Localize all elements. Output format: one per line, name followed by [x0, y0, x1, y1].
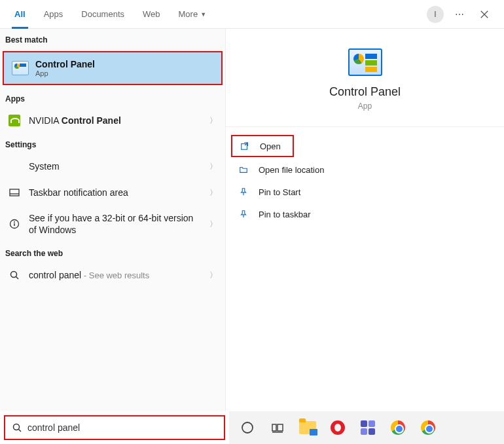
- user-avatar[interactable]: I: [427, 6, 444, 23]
- svg-rect-11: [272, 424, 276, 431]
- taskbar-task-view[interactable]: [267, 417, 288, 438]
- svg-point-5: [11, 272, 17, 278]
- result-web-search[interactable]: control panel - See web results 〉: [0, 262, 225, 288]
- chevron-right-icon: 〉: [209, 161, 217, 172]
- file-explorer-icon: [299, 421, 316, 434]
- chevron-down-icon: ▼: [200, 11, 206, 18]
- close-button[interactable]: [475, 5, 494, 24]
- best-match-title: Control Panel: [35, 59, 95, 69]
- taskbar-chrome-1[interactable]: [387, 417, 408, 438]
- tab-web[interactable]: Web: [134, 0, 170, 29]
- tab-apps[interactable]: Apps: [35, 0, 73, 29]
- svg-line-6: [16, 277, 19, 280]
- search-icon: [12, 422, 22, 433]
- taskbar: [229, 411, 504, 444]
- control-panel-icon: [348, 48, 382, 76]
- action-open[interactable]: Open: [231, 135, 294, 157]
- more-options-button[interactable]: ⋯: [450, 5, 469, 24]
- section-settings: Settings: [0, 134, 225, 153]
- preview-title: Control Panel: [226, 85, 504, 99]
- control-panel-icon: [12, 61, 29, 75]
- svg-rect-12: [278, 424, 283, 431]
- folder-icon: [238, 164, 249, 176]
- search-icon: [8, 268, 21, 282]
- result-bitness[interactable]: See if you have a 32-bit or 64-bit versi…: [0, 206, 225, 242]
- svg-line-9: [19, 430, 22, 432]
- pin-icon: [238, 186, 249, 198]
- info-icon: [8, 217, 21, 231]
- result-system[interactable]: System 〉: [0, 153, 225, 179]
- svg-point-3: [14, 221, 15, 223]
- taskbar-cortana[interactable]: [237, 417, 258, 438]
- result-taskbar-notification[interactable]: Taskbar notification area 〉: [0, 179, 225, 206]
- tab-all[interactable]: All: [5, 0, 35, 29]
- section-best-match: Best match: [0, 29, 225, 48]
- svg-point-10: [242, 422, 253, 433]
- section-search-web: Search the web: [0, 242, 225, 262]
- teams-icon: [360, 420, 376, 435]
- search-input[interactable]: [27, 422, 217, 433]
- chevron-right-icon: 〉: [209, 270, 217, 281]
- result-nvidia-control-panel[interactable]: NVIDIA Control Panel 〉: [0, 107, 225, 134]
- svg-point-8: [14, 424, 20, 430]
- preview-subtitle: App: [226, 102, 504, 111]
- action-pin-to-start[interactable]: Pin to Start: [226, 181, 504, 203]
- taskbar-opera[interactable]: [327, 417, 348, 438]
- tab-more[interactable]: More▼: [170, 0, 216, 29]
- search-tabs: All Apps Documents Web More▼ I ⋯: [0, 0, 504, 29]
- pin-icon: [238, 208, 249, 220]
- chrome-icon: [391, 420, 405, 435]
- action-pin-to-taskbar[interactable]: Pin to taskbar: [226, 203, 504, 225]
- action-open-file-location[interactable]: Open file location: [226, 158, 504, 181]
- taskbar-teams[interactable]: [357, 417, 378, 438]
- section-apps: Apps: [0, 88, 225, 107]
- results-panel: Best match Control Panel App Apps NVIDIA…: [0, 29, 226, 411]
- chrome-icon: [421, 420, 435, 435]
- nvidia-icon: [9, 115, 20, 126]
- tab-documents[interactable]: Documents: [72, 0, 134, 29]
- blank-icon: [8, 160, 21, 173]
- preview-panel: Control Panel App Open Open file locatio…: [226, 29, 504, 411]
- open-icon: [239, 140, 251, 152]
- search-box[interactable]: [4, 415, 225, 440]
- svg-rect-7: [242, 144, 247, 150]
- opera-icon: [331, 420, 345, 435]
- best-match-result[interactable]: Control Panel App: [3, 51, 223, 85]
- svg-rect-0: [10, 189, 19, 196]
- taskbar-file-explorer[interactable]: [297, 417, 318, 438]
- chevron-right-icon: 〉: [209, 187, 217, 198]
- taskbar-chrome-2[interactable]: [418, 417, 439, 438]
- best-match-subtitle: App: [35, 69, 95, 77]
- chevron-right-icon: 〉: [209, 115, 217, 126]
- chevron-right-icon: 〉: [209, 219, 217, 230]
- taskbar-icon: [8, 186, 21, 199]
